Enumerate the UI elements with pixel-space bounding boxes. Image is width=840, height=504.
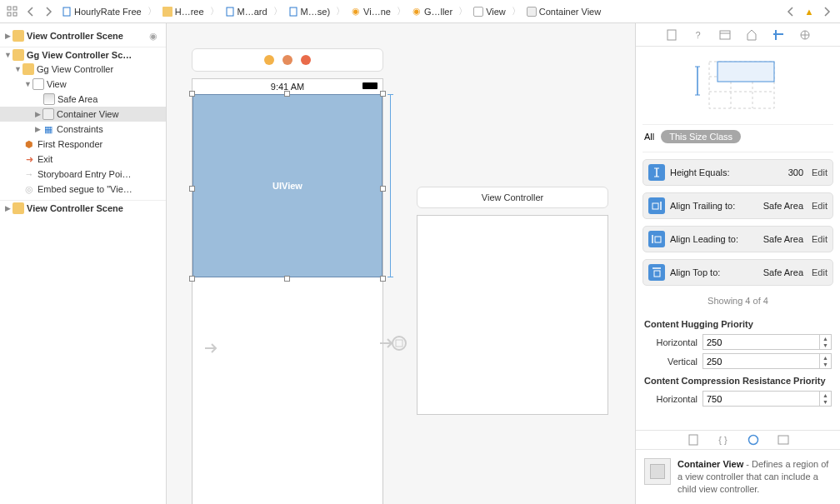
outline-label: Constraints bbox=[57, 124, 161, 134]
resize-handle[interactable] bbox=[189, 276, 195, 282]
crumb-6[interactable]: View bbox=[472, 7, 508, 17]
outline-scene-1[interactable]: ▶ View Controller Scene ◉ bbox=[0, 28, 166, 43]
size-class-this[interactable]: This Size Class bbox=[661, 130, 741, 143]
crumb-4[interactable]: ◉Vi…ne bbox=[349, 7, 392, 17]
svg-rect-5 bbox=[227, 7, 233, 16]
compression-horizontal-input[interactable]: 750▲▼ bbox=[702, 391, 832, 407]
disclosure-triangle-icon[interactable]: ▶ bbox=[33, 125, 42, 133]
document-icon bbox=[62, 7, 72, 17]
edit-button[interactable]: Edit bbox=[812, 167, 828, 177]
disclosure-triangle-icon[interactable]: ▼ bbox=[23, 80, 32, 88]
crumb-5[interactable]: ◉G…ller bbox=[410, 7, 454, 17]
attributes-inspector-tab[interactable] bbox=[745, 28, 758, 42]
disclosure-triangle-icon[interactable]: ▶ bbox=[3, 32, 12, 40]
entry-point-arrow-icon[interactable] bbox=[203, 340, 220, 357]
edit-button[interactable]: Edit bbox=[812, 201, 828, 211]
next-issue-button[interactable] bbox=[820, 4, 835, 19]
exit-proxy-icon[interactable] bbox=[301, 55, 311, 65]
crumb-7[interactable]: Container View bbox=[525, 7, 602, 17]
media-library-tab[interactable] bbox=[777, 433, 790, 447]
edit-button[interactable]: Edit bbox=[812, 234, 828, 244]
chevron-right-icon: 〉 bbox=[147, 5, 158, 17]
outline-container-view[interactable]: ▶ Container View bbox=[0, 107, 166, 122]
vc-proxy-icon[interactable] bbox=[264, 55, 274, 65]
selected-container-view[interactable]: UIView bbox=[192, 94, 382, 277]
outline-vc[interactable]: ▼ Gg View Controller bbox=[0, 62, 166, 77]
help-inspector-tab[interactable]: ? bbox=[692, 28, 705, 42]
back-button[interactable] bbox=[23, 4, 38, 19]
object-library-tab[interactable] bbox=[747, 433, 760, 447]
resize-handle[interactable] bbox=[189, 91, 195, 97]
edit-button[interactable]: Edit bbox=[812, 267, 828, 277]
stepper[interactable]: ▲▼ bbox=[819, 335, 831, 349]
constraint-trailing[interactable]: Align Trailing to: Safe Area Edit bbox=[642, 192, 833, 219]
segue-icon[interactable] bbox=[392, 336, 407, 351]
scene-title[interactable]: View Controller bbox=[417, 187, 608, 208]
interface-builder-canvas[interactable]: 9:41 AM UIView View Controlle bbox=[167, 23, 635, 504]
disclosure-triangle-icon[interactable]: ▼ bbox=[13, 65, 22, 73]
device-frame[interactable]: 9:41 AM UIView bbox=[192, 78, 383, 504]
autoresizing-preview[interactable] bbox=[642, 53, 833, 125]
resize-handle[interactable] bbox=[284, 276, 290, 282]
hugging-horizontal-input[interactable]: 250▲▼ bbox=[702, 334, 832, 350]
constraint-value: Safe Area bbox=[760, 234, 807, 244]
scene-dock[interactable] bbox=[192, 48, 383, 72]
file-template-library-tab[interactable] bbox=[687, 433, 700, 447]
constraint-leading[interactable]: Align Leading to: Safe Area Edit bbox=[642, 226, 833, 252]
scene-view-controller-2[interactable]: View Controller bbox=[417, 187, 608, 415]
forward-button[interactable] bbox=[42, 4, 57, 19]
svg-rect-9 bbox=[720, 31, 730, 39]
crumb-3[interactable]: M…se) bbox=[287, 7, 332, 17]
file-inspector-tab[interactable] bbox=[665, 28, 678, 42]
size-class-all[interactable]: All bbox=[644, 132, 654, 142]
code-snippet-library-tab[interactable]: { } bbox=[717, 433, 730, 447]
chevron-right-icon: 〉 bbox=[511, 5, 522, 17]
outline-exit[interactable]: ➜ Exit bbox=[0, 152, 166, 167]
related-items-icon[interactable] bbox=[5, 4, 20, 19]
step-down-icon: ▼ bbox=[820, 399, 831, 407]
document-icon bbox=[225, 7, 235, 17]
compression-priority-title: Content Compression Resistance Priority bbox=[642, 371, 833, 389]
disclosure-triangle-icon[interactable]: ▶ bbox=[33, 110, 42, 118]
field-label: Horizontal bbox=[644, 337, 698, 347]
crumb-1[interactable]: H…ree bbox=[161, 7, 206, 17]
resize-handle[interactable] bbox=[380, 276, 386, 282]
constraint-top[interactable]: Align Top to: Safe Area Edit bbox=[642, 259, 833, 286]
identity-inspector-tab[interactable] bbox=[718, 28, 732, 42]
scene-gg-view-controller[interactable]: 9:41 AM UIView bbox=[192, 48, 383, 504]
resize-handle[interactable] bbox=[284, 91, 290, 97]
resize-handle[interactable] bbox=[189, 186, 195, 192]
warning-icon[interactable]: ▲ bbox=[802, 4, 817, 19]
scene-options-icon[interactable]: ◉ bbox=[149, 31, 161, 42]
crumb-0[interactable]: HourlyRate Free bbox=[60, 7, 143, 17]
outline-label: Storyboard Entry Poi… bbox=[38, 169, 161, 179]
outline-scene-2[interactable]: ▼ Gg View Controller Sc… bbox=[0, 47, 166, 62]
child-view[interactable] bbox=[417, 215, 608, 415]
stepper[interactable]: ▲▼ bbox=[819, 354, 831, 368]
outline-constraints[interactable]: ▶ ▦ Constraints bbox=[0, 122, 166, 137]
disclosure-triangle-icon[interactable]: ▶ bbox=[3, 204, 12, 212]
hugging-vertical-input[interactable]: 250▲▼ bbox=[702, 353, 832, 369]
resize-handle[interactable] bbox=[380, 186, 386, 192]
jump-bar: HourlyRate Free 〉 H…ree 〉 M…ard 〉 M…se) … bbox=[0, 0, 840, 23]
outline-safe-area[interactable]: Safe Area bbox=[0, 92, 166, 107]
crumb-label: G…ller bbox=[424, 7, 452, 17]
embed-segue-arrow[interactable] bbox=[380, 336, 407, 351]
stepper[interactable]: ▲▼ bbox=[819, 392, 831, 406]
connections-inspector-tab[interactable] bbox=[798, 28, 812, 42]
constraint-height[interactable]: Height Equals: 300 Edit bbox=[642, 159, 833, 186]
view-icon bbox=[473, 7, 483, 17]
size-inspector-tab[interactable] bbox=[772, 28, 785, 42]
library-tab-bar: { } bbox=[636, 430, 840, 450]
first-responder-proxy-icon[interactable] bbox=[282, 55, 292, 65]
resize-handle[interactable] bbox=[380, 91, 386, 97]
outline-entry-point[interactable]: → Storyboard Entry Poi… bbox=[0, 167, 166, 182]
outline-scene-3[interactable]: ▶ View Controller Scene bbox=[0, 200, 166, 215]
svg-rect-8 bbox=[668, 30, 676, 40]
outline-embed-segue[interactable]: ◎ Embed segue to "Vie… bbox=[0, 182, 166, 197]
disclosure-triangle-icon[interactable]: ▼ bbox=[3, 51, 12, 59]
outline-view[interactable]: ▼ View bbox=[0, 77, 166, 92]
prev-issue-button[interactable] bbox=[783, 4, 798, 19]
crumb-2[interactable]: M…ard bbox=[223, 7, 269, 17]
outline-first-responder[interactable]: ⬢ First Responder bbox=[0, 137, 166, 152]
